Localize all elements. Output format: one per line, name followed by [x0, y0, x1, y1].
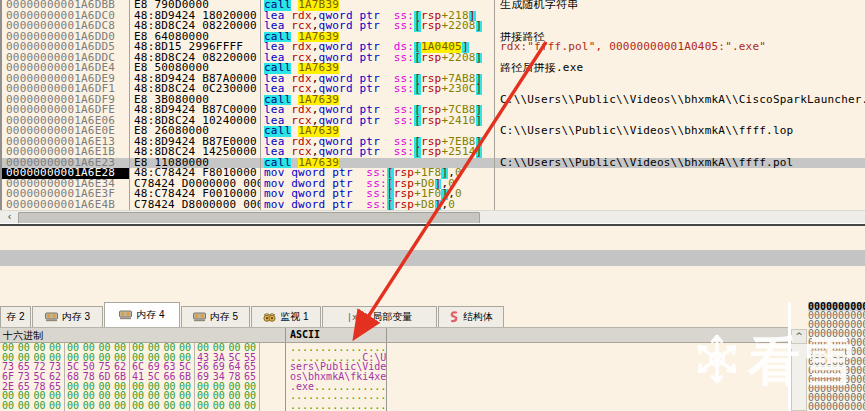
instruction-bytes: 48:8D9424 B87A0000: [130, 74, 261, 85]
instruction-address[interactable]: 00000000001A6DF1: [2, 84, 130, 95]
instruction-text: lea rdx,qword ptr ss:[rsp+218]: [261, 11, 495, 22]
instruction-address[interactable]: 00000000001A6DD5: [2, 42, 130, 53]
stack-address-row[interactable]: 00000000000: [808, 329, 865, 338]
stack-address-row[interactable]: 00000000000: [808, 402, 865, 411]
tab-局部变量[interactable]: |x=|局部变量: [322, 306, 437, 327]
disasm-row[interactable]: 00000000001A6E4BC78424 D8000000 00000000…: [2, 200, 865, 211]
dump-row[interactable]: 00000000000000000000000000000000........…: [0, 343, 790, 353]
stack-address-row[interactable]: 00000000000: [808, 302, 865, 311]
dump-row[interactable]: 2E657865000000000000000000000000.exe....…: [0, 382, 790, 392]
instruction-address[interactable]: 00000000001A6E34: [2, 179, 130, 190]
disasm-row[interactable]: 00000000001A6DBBE8 790D0000call 1A7B39生成…: [2, 0, 865, 11]
disasm-row[interactable]: 00000000001A6E34C78424 D0000000 00000000…: [2, 179, 865, 190]
stack-address-row[interactable]: 00000000000: [808, 393, 865, 402]
instruction-address[interactable]: 00000000001A6E0E: [2, 126, 130, 137]
dump-vscrollbar[interactable]: ^: [791, 329, 807, 411]
ascii-text: ................: [285, 343, 387, 353]
hex-dump[interactable]: 00000000000000000000000000000000........…: [0, 343, 790, 411]
memory-icon: [119, 310, 132, 320]
disasm-row[interactable]: 00000000001A6DFE48:8D9424 B87C0000lea rd…: [2, 105, 865, 116]
stack-address-row[interactable]: 00000000000: [808, 311, 865, 320]
instruction-bytes: 48:8D8C24 08220000: [130, 21, 261, 32]
hex-byte-group: 00000000: [130, 382, 195, 392]
instruction-bytes: 48:8D9424 B87E0000: [130, 137, 261, 148]
instruction-bytes: 48:8D15 2996FFFF: [130, 42, 261, 53]
dump-row[interactable]: 000000000000000000000000433A5C55........…: [0, 353, 790, 363]
scroll-up-button[interactable]: ^: [792, 330, 806, 344]
disasm-row[interactable]: 00000000001A6DE4E8 50080000call 1A7639路径…: [2, 63, 865, 74]
disasm-row[interactable]: 00000000001A6E0648:8D8C24 10240000lea rc…: [2, 116, 865, 127]
stack-address-row[interactable]: 00000000000: [808, 366, 865, 375]
disasm-row[interactable]: 00000000001A6E0EE8 26080000call 1A7639C:…: [2, 126, 865, 137]
instruction-address[interactable]: 00000000001A6DE9: [2, 74, 130, 85]
instruction-address[interactable]: 00000000001A6DC8: [2, 21, 130, 32]
disasm-row[interactable]: 00000000001A6DD0E8 64080000call 1A7639拼接…: [2, 32, 865, 43]
tab-内存-3[interactable]: 内存 3: [32, 306, 103, 327]
dump-row[interactable]: 00000000000000000000000000000000........…: [0, 401, 790, 411]
instruction-address[interactable]: 00000000001A6DDC: [2, 53, 130, 64]
instruction-text: lea rdx,qword ptr ss:[rsp+7AB8]: [261, 74, 495, 85]
tab-内存-4[interactable]: 内存 4: [104, 302, 180, 327]
hex-byte-group: 433A5C55: [195, 353, 260, 363]
instruction-comment: [495, 53, 865, 64]
dump-header: 十六进制 ASCII: [0, 327, 790, 343]
disasm-row[interactable]: 00000000001A6E2848:C78424 F8010000 00000…: [2, 168, 865, 179]
instruction-comment: [495, 200, 865, 211]
disassembly-panel[interactable]: 00000000001A6DBBE8 790D0000call 1A7B39生成…: [0, 0, 865, 210]
tab-监视-1[interactable]: 监视 1: [251, 306, 321, 327]
dump-row[interactable]: 736572735C5075626C69635C56696465sers\Pub…: [0, 362, 790, 372]
disasm-row[interactable]: 00000000001A6DC048:8D9424 18020000lea rd…: [2, 11, 865, 22]
instruction-address[interactable]: 00000000001A6DFE: [2, 105, 130, 116]
disasm-row[interactable]: 00000000001A6E3F48:C78424 F0010000 00000…: [2, 189, 865, 200]
instruction-comment: [495, 168, 865, 179]
stack-address-row[interactable]: 00000000000: [808, 338, 865, 347]
instruction-comment: [495, 11, 865, 22]
splitter-band[interactable]: [0, 250, 865, 266]
instruction-address[interactable]: 00000000001A6E3F: [2, 189, 130, 200]
instruction-bytes: 48:8D8C24 08220000: [130, 53, 261, 64]
tab-label: 结构体: [463, 310, 493, 324]
scroll-left-button[interactable]: ‹: [2, 211, 17, 223]
disasm-row[interactable]: 00000000001A6E1348:8D9424 B87E0000lea rd…: [2, 137, 865, 148]
instruction-text: call 1A7639: [261, 158, 495, 169]
disasm-row[interactable]: 00000000001A6DF9E8 3B080000call 1A7639C:…: [2, 95, 865, 106]
disassembly-hscrollbar[interactable]: ‹: [0, 210, 865, 223]
tab-结构体[interactable]: 结构体: [438, 306, 504, 327]
instruction-address[interactable]: 00000000001A6DBB: [2, 0, 130, 11]
dump-row[interactable]: 6F735C6268786D6B415C666B69347865os\bhxmk…: [0, 372, 790, 382]
instruction-bytes: C78424 D8000000 00000000: [130, 200, 261, 211]
instruction-address[interactable]: 00000000001A6E28: [2, 168, 130, 179]
instruction-address[interactable]: 00000000001A6E4B: [2, 200, 130, 211]
instruction-bytes: 48:8D8C24 0C230000: [130, 84, 261, 95]
instruction-address[interactable]: 00000000001A6DC0: [2, 11, 130, 22]
instruction-address[interactable]: 00000000001A6DF9: [2, 95, 130, 106]
stack-address-row[interactable]: 00000000000: [808, 384, 865, 393]
tab-存-2[interactable]: 存 2: [0, 306, 31, 327]
stack-address-row[interactable]: 00000000000: [808, 375, 865, 384]
instruction-bytes: E8 790D0000: [130, 0, 261, 11]
stack-panel[interactable]: 0000000000000000000000000000000000000000…: [808, 302, 865, 411]
disasm-row[interactable]: 00000000001A6DF148:8D8C24 0C230000lea rc…: [2, 84, 865, 95]
stack-address-row[interactable]: 00000000000: [808, 320, 865, 329]
instruction-address[interactable]: 00000000001A6E13: [2, 137, 130, 148]
tab-label: 局部变量: [372, 310, 412, 324]
instruction-address[interactable]: 00000000001A6E06: [2, 116, 130, 127]
instruction-address[interactable]: 00000000001A6E1B: [2, 147, 130, 158]
disasm-row[interactable]: 00000000001A6E23E8 11080000call 1A7639C:…: [2, 158, 865, 169]
instruction-address[interactable]: 00000000001A6DD0: [2, 32, 130, 43]
tab-内存-5[interactable]: 内存 5: [181, 306, 250, 327]
instruction-address[interactable]: 00000000001A6DE4: [2, 63, 130, 74]
instruction-comment: C:\\Users\\Public\\Videos\\bhxmkA\\ffff.…: [495, 126, 865, 137]
disasm-row[interactable]: 00000000001A6DDC48:8D8C24 08220000lea rc…: [2, 53, 865, 64]
hex-byte-group: 00000000: [0, 343, 65, 353]
stack-address-row[interactable]: 00000000000: [808, 347, 865, 356]
disasm-row[interactable]: 00000000001A6DD548:8D15 2996FFFFlea rdx,…: [2, 42, 865, 53]
disasm-row[interactable]: 00000000001A6DE948:8D9424 B87A0000lea rd…: [2, 74, 865, 85]
hex-byte-group: 00000000: [65, 353, 130, 363]
disasm-row[interactable]: 00000000001A6DC848:8D8C24 08220000lea rc…: [2, 21, 865, 32]
instruction-bytes: 48:8D9424 B87C0000: [130, 105, 261, 116]
dump-row[interactable]: 00000000000000000000000000000000........…: [0, 391, 790, 401]
disasm-row[interactable]: 00000000001A6E1B48:8D8C24 14250000lea rc…: [2, 147, 865, 158]
instruction-address[interactable]: 00000000001A6E23: [2, 158, 130, 169]
stack-address-row[interactable]: 00000000000: [808, 357, 865, 366]
